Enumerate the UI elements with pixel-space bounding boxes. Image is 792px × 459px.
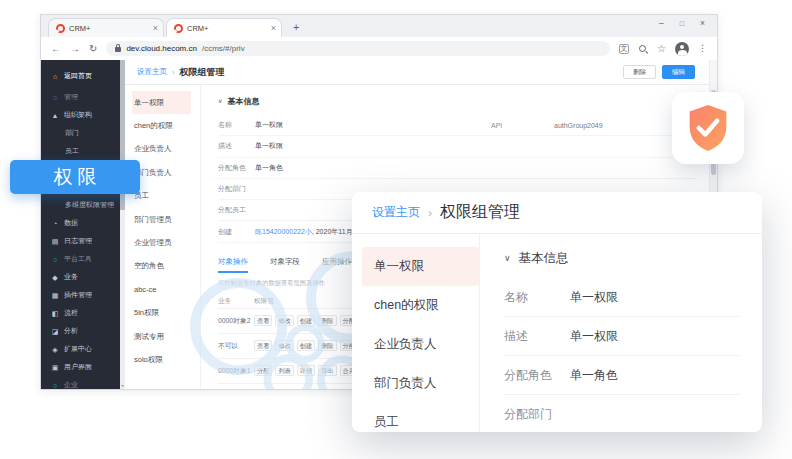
field-label: 描述 bbox=[504, 328, 570, 345]
sidebar-item-enterprise[interactable]: ○企业 bbox=[41, 376, 120, 389]
sidebar-item-label: 平台工具 bbox=[64, 254, 92, 264]
sidebar-item-department[interactable]: 部门 bbox=[41, 124, 120, 142]
sidebar-item-multi-dim-permission[interactable]: 多维度权限管理 bbox=[41, 196, 120, 214]
ring-icon: ○ bbox=[51, 94, 59, 101]
sidebar-item-org-structure[interactable]: ▲组织架构 bbox=[41, 106, 120, 124]
perm-group-item[interactable]: 企业负责人 bbox=[125, 138, 200, 161]
translate-icon[interactable]: 文 bbox=[619, 44, 629, 54]
perm-chip: 修改 bbox=[275, 315, 293, 326]
close-tab-icon[interactable]: × bbox=[271, 24, 276, 33]
overlay-detail-panel: ∨ 基本信息 名称单一权限描述单一权限分配角色单一角色分配部门 bbox=[480, 234, 762, 432]
sidebar-item-label: 日志管理 bbox=[64, 236, 92, 246]
sidebar-item-user-interface[interactable]: ▣用户界面 bbox=[41, 358, 120, 376]
field-label: API bbox=[491, 122, 502, 129]
close-tab-icon[interactable]: × bbox=[153, 24, 158, 33]
browser-menu-icon[interactable]: ⋮ bbox=[698, 44, 707, 53]
zoom-icon[interactable] bbox=[638, 44, 648, 54]
clock-icon: ◔ bbox=[51, 220, 59, 227]
sidebar-item-label: 业务 bbox=[64, 272, 78, 282]
forward-icon[interactable]: → bbox=[70, 44, 80, 54]
business-cell: 0000对象1 bbox=[218, 366, 254, 376]
overlay-section-header[interactable]: ∨ 基本信息 bbox=[504, 246, 740, 270]
sidebar-item-plugin-manage[interactable]: ▦插件管理 bbox=[41, 286, 120, 304]
sidebar-menu: ⌂返回首页○管理▲组织架构部门员工角色权限多维度权限管理◔数据▤日志管理○平台工… bbox=[41, 67, 120, 389]
chart-icon: ◪ bbox=[51, 328, 59, 335]
form-row: 分配角色单一角色 bbox=[218, 158, 697, 179]
perm-group-item[interactable]: abc-ce bbox=[125, 278, 200, 301]
sidebar-item-label: 员工 bbox=[65, 146, 79, 156]
overlay-form-row: 分配角色单一角色 bbox=[504, 356, 740, 395]
perm-chip: 删除 bbox=[318, 315, 336, 326]
perm-group-item[interactable]: chen的权限 bbox=[125, 114, 200, 137]
reload-icon[interactable]: ↻ bbox=[89, 44, 97, 54]
field-value: 单一权限 bbox=[570, 289, 618, 306]
maximize-button[interactable]: □ bbox=[680, 20, 684, 27]
zoom-preview-panel: 设置主页 › 权限组管理 单一权限chen的权限企业负责人部门负责人员工 ∨ 基… bbox=[352, 192, 762, 432]
browser-tab-1[interactable]: CRM+ × bbox=[48, 18, 164, 37]
sidebar-item-data[interactable]: ◔数据 bbox=[41, 214, 120, 232]
perm-group-item[interactable]: 空的角色 bbox=[125, 255, 200, 278]
object-tab[interactable]: 应用操作 bbox=[322, 257, 352, 273]
sidebar-item-log-manage[interactable]: ▤日志管理 bbox=[41, 232, 120, 250]
sidebar-item-workflow[interactable]: ◧流程 bbox=[41, 304, 120, 322]
object-tab[interactable]: 对象字段 bbox=[270, 257, 300, 273]
sidebar-item-employee[interactable]: 员工 bbox=[41, 142, 120, 160]
minimize-button[interactable]: – bbox=[659, 18, 664, 28]
perm-chip: 查看 bbox=[254, 340, 272, 351]
address-bar[interactable]: dev.cloud.hecom.cn/ccms/#/priv bbox=[106, 41, 610, 56]
overlay-perm-item[interactable]: 企业负责人 bbox=[352, 325, 479, 364]
sidebar-item-business[interactable]: ◆业务 bbox=[41, 268, 120, 286]
overlay-breadcrumb-link[interactable]: 设置主页 bbox=[372, 204, 420, 221]
overlay-perm-item[interactable]: 员工 bbox=[352, 403, 479, 432]
object-tab[interactable]: 对象操作 bbox=[218, 257, 248, 273]
field-value: 单一角色 bbox=[255, 163, 283, 173]
business-cell: 0000对象2 bbox=[218, 316, 254, 326]
sidebar-item-back-home[interactable]: ⌂返回首页 bbox=[41, 67, 120, 85]
sidebar-item-analysis[interactable]: ◪分析 bbox=[41, 322, 120, 340]
edit-button[interactable]: 编辑 bbox=[662, 65, 695, 80]
field-label: 分配部门 bbox=[218, 184, 255, 194]
form-row: 描述单一权限 bbox=[218, 136, 697, 157]
browser-tab-2[interactable]: CRM+ × bbox=[166, 18, 282, 37]
ring-icon: ○ bbox=[51, 382, 59, 389]
desktop: CRM+ × CRM+ × + – □ × ← → ↻ dev.cloud.he… bbox=[0, 0, 792, 459]
perm-group-item[interactable]: 部门管理员 bbox=[125, 208, 200, 231]
tab-strip: CRM+ × CRM+ × + – □ × bbox=[41, 15, 717, 37]
perm-group-item[interactable]: 5in权限 bbox=[125, 302, 200, 325]
section-header[interactable]: ∨ 基本信息 bbox=[218, 92, 697, 110]
tab-title: CRM+ bbox=[187, 24, 267, 33]
chevron-down-icon: ∨ bbox=[504, 253, 511, 263]
sidebar-item-manage[interactable]: ○管理 bbox=[41, 88, 120, 106]
permission-group-list: 单一权限chen的权限企业负责人部门负责人员工部门管理员企业管理员空的角色abc… bbox=[125, 84, 201, 389]
profile-avatar[interactable] bbox=[675, 42, 689, 56]
back-icon[interactable]: ← bbox=[51, 44, 61, 54]
overlay-form-row: 分配部门 bbox=[504, 395, 740, 432]
perm-chip: 创建 bbox=[297, 315, 315, 326]
business-icon: ◆ bbox=[51, 274, 59, 281]
url-path: /ccms/#/priv bbox=[202, 44, 245, 53]
overlay-perm-item[interactable]: 单一权限 bbox=[362, 247, 479, 286]
close-window-button[interactable]: × bbox=[700, 18, 705, 28]
delete-button[interactable]: 删除 bbox=[623, 65, 656, 80]
tab-title: CRM+ bbox=[69, 24, 149, 33]
sidebar-item-platform-tools[interactable]: ○平台工具 bbox=[41, 250, 120, 268]
sidebar-item-extension-center[interactable]: ◈扩展中心 bbox=[41, 340, 120, 358]
perm-group-item[interactable]: 测试专用 bbox=[125, 325, 200, 348]
overlay-perm-item[interactable]: 部门负责人 bbox=[352, 364, 479, 403]
breadcrumb-link[interactable]: 设置主页 bbox=[137, 67, 167, 77]
permission-callout[interactable]: 权限 bbox=[10, 160, 140, 194]
perm-group-item[interactable]: 企业管理员 bbox=[125, 231, 200, 254]
ring-icon: ○ bbox=[51, 256, 59, 263]
bookmark-star-icon[interactable]: ☆ bbox=[657, 44, 666, 54]
field-value: 单一角色 bbox=[570, 367, 618, 384]
home-icon: ⌂ bbox=[51, 73, 59, 80]
perm-group-item[interactable]: 单一权限 bbox=[132, 91, 191, 114]
overlay-perm-item[interactable]: chen的权限 bbox=[352, 286, 479, 325]
header-actions: 删除 编辑 bbox=[623, 65, 695, 80]
new-tab-button[interactable]: + bbox=[293, 22, 299, 33]
perm-group-item[interactable]: solo权限 bbox=[125, 348, 200, 371]
sidebar-item-label: 插件管理 bbox=[64, 290, 92, 300]
creator-link[interactable]: 陈15420000222小 bbox=[255, 227, 312, 237]
business-cell: 不可以 bbox=[218, 341, 254, 351]
window-controls: – □ × bbox=[659, 18, 705, 28]
